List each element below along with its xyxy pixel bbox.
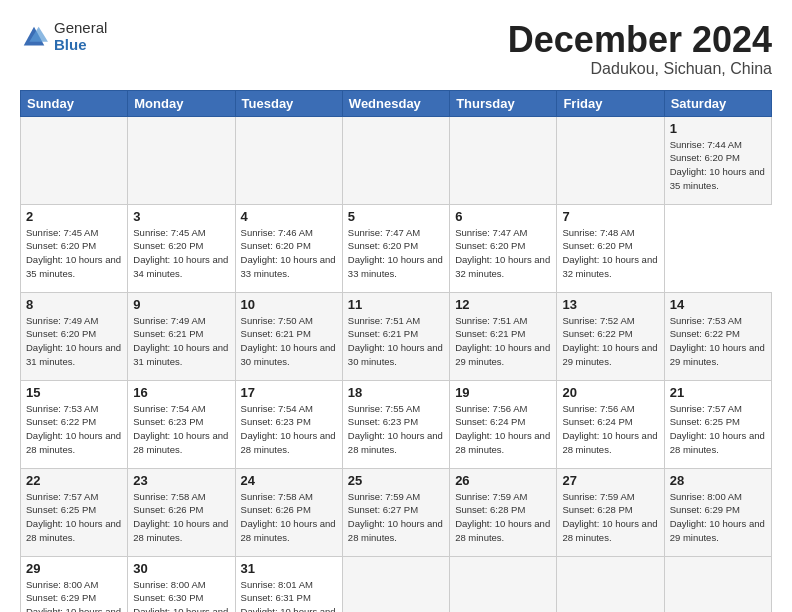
day-cell-14: 14Sunrise: 7:53 AMSunset: 6:22 PMDayligh…: [664, 292, 771, 380]
day-info: Sunrise: 7:59 AMSunset: 6:28 PMDaylight:…: [455, 490, 551, 545]
day-info: Sunrise: 7:57 AMSunset: 6:25 PMDaylight:…: [26, 490, 122, 545]
day-info: Sunrise: 7:48 AMSunset: 6:20 PMDaylight:…: [562, 226, 658, 281]
calendar-page: General Blue December 2024 Dadukou, Sich…: [0, 0, 792, 612]
logo-blue: Blue: [54, 37, 107, 54]
day-info: Sunrise: 7:57 AMSunset: 6:25 PMDaylight:…: [670, 402, 766, 457]
week-row-1: 2Sunrise: 7:45 AMSunset: 6:20 PMDaylight…: [21, 204, 772, 292]
day-info: Sunrise: 8:00 AMSunset: 6:30 PMDaylight:…: [133, 578, 229, 612]
day-info: Sunrise: 7:45 AMSunset: 6:20 PMDaylight:…: [133, 226, 229, 281]
day-number: 28: [670, 473, 766, 488]
day-cell-19: 19Sunrise: 7:56 AMSunset: 6:24 PMDayligh…: [450, 380, 557, 468]
day-cell-2: 2Sunrise: 7:45 AMSunset: 6:20 PMDaylight…: [21, 204, 128, 292]
day-cell-5: 5Sunrise: 7:47 AMSunset: 6:20 PMDaylight…: [342, 204, 449, 292]
day-info: Sunrise: 7:54 AMSunset: 6:23 PMDaylight:…: [133, 402, 229, 457]
day-number: 8: [26, 297, 122, 312]
col-monday: Monday: [128, 90, 235, 116]
day-number: 24: [241, 473, 337, 488]
day-cell-20: 20Sunrise: 7:56 AMSunset: 6:24 PMDayligh…: [557, 380, 664, 468]
empty-cell: [450, 556, 557, 612]
day-cell-25: 25Sunrise: 7:59 AMSunset: 6:27 PMDayligh…: [342, 468, 449, 556]
day-number: 4: [241, 209, 337, 224]
day-info: Sunrise: 8:00 AMSunset: 6:29 PMDaylight:…: [26, 578, 122, 612]
day-info: Sunrise: 7:59 AMSunset: 6:28 PMDaylight:…: [562, 490, 658, 545]
empty-cell: [557, 556, 664, 612]
empty-cell: [342, 556, 449, 612]
day-info: Sunrise: 7:58 AMSunset: 6:26 PMDaylight:…: [133, 490, 229, 545]
day-cell-28: 28Sunrise: 8:00 AMSunset: 6:29 PMDayligh…: [664, 468, 771, 556]
day-info: Sunrise: 7:49 AMSunset: 6:21 PMDaylight:…: [133, 314, 229, 369]
day-info: Sunrise: 7:58 AMSunset: 6:26 PMDaylight:…: [241, 490, 337, 545]
empty-cell: [664, 556, 771, 612]
header-row: Sunday Monday Tuesday Wednesday Thursday…: [21, 90, 772, 116]
day-info: Sunrise: 7:44 AMSunset: 6:20 PMDaylight:…: [670, 138, 766, 193]
day-info: Sunrise: 7:54 AMSunset: 6:23 PMDaylight:…: [241, 402, 337, 457]
col-sunday: Sunday: [21, 90, 128, 116]
week-row-3: 15Sunrise: 7:53 AMSunset: 6:22 PMDayligh…: [21, 380, 772, 468]
day-cell-30: 30Sunrise: 8:00 AMSunset: 6:30 PMDayligh…: [128, 556, 235, 612]
week-row-2: 8Sunrise: 7:49 AMSunset: 6:20 PMDaylight…: [21, 292, 772, 380]
day-cell-18: 18Sunrise: 7:55 AMSunset: 6:23 PMDayligh…: [342, 380, 449, 468]
day-info: Sunrise: 7:51 AMSunset: 6:21 PMDaylight:…: [455, 314, 551, 369]
day-number: 11: [348, 297, 444, 312]
day-cell-8: 8Sunrise: 7:49 AMSunset: 6:20 PMDaylight…: [21, 292, 128, 380]
day-number: 12: [455, 297, 551, 312]
logo-general: General: [54, 20, 107, 37]
day-cell-3: 3Sunrise: 7:45 AMSunset: 6:20 PMDaylight…: [128, 204, 235, 292]
col-wednesday: Wednesday: [342, 90, 449, 116]
day-cell-26: 26Sunrise: 7:59 AMSunset: 6:28 PMDayligh…: [450, 468, 557, 556]
day-cell-22: 22Sunrise: 7:57 AMSunset: 6:25 PMDayligh…: [21, 468, 128, 556]
empty-cell: [557, 116, 664, 204]
day-cell-15: 15Sunrise: 7:53 AMSunset: 6:22 PMDayligh…: [21, 380, 128, 468]
logo-icon: [20, 23, 48, 51]
day-cell-23: 23Sunrise: 7:58 AMSunset: 6:26 PMDayligh…: [128, 468, 235, 556]
empty-cell: [450, 116, 557, 204]
day-info: Sunrise: 7:53 AMSunset: 6:22 PMDaylight:…: [26, 402, 122, 457]
col-tuesday: Tuesday: [235, 90, 342, 116]
logo: General Blue: [20, 20, 107, 53]
day-cell-31: 31Sunrise: 8:01 AMSunset: 6:31 PMDayligh…: [235, 556, 342, 612]
empty-cell: [342, 116, 449, 204]
day-cell-7: 7Sunrise: 7:48 AMSunset: 6:20 PMDaylight…: [557, 204, 664, 292]
day-info: Sunrise: 7:53 AMSunset: 6:22 PMDaylight:…: [670, 314, 766, 369]
col-friday: Friday: [557, 90, 664, 116]
day-number: 30: [133, 561, 229, 576]
day-cell-11: 11Sunrise: 7:51 AMSunset: 6:21 PMDayligh…: [342, 292, 449, 380]
month-title: December 2024: [508, 20, 772, 60]
calendar-table: Sunday Monday Tuesday Wednesday Thursday…: [20, 90, 772, 612]
empty-cell: [21, 116, 128, 204]
week-row-0: 1Sunrise: 7:44 AMSunset: 6:20 PMDaylight…: [21, 116, 772, 204]
day-cell-10: 10Sunrise: 7:50 AMSunset: 6:21 PMDayligh…: [235, 292, 342, 380]
week-row-5: 29Sunrise: 8:00 AMSunset: 6:29 PMDayligh…: [21, 556, 772, 612]
day-number: 27: [562, 473, 658, 488]
day-number: 18: [348, 385, 444, 400]
day-info: Sunrise: 7:49 AMSunset: 6:20 PMDaylight:…: [26, 314, 122, 369]
day-cell-29: 29Sunrise: 8:00 AMSunset: 6:29 PMDayligh…: [21, 556, 128, 612]
day-info: Sunrise: 7:50 AMSunset: 6:21 PMDaylight:…: [241, 314, 337, 369]
day-number: 26: [455, 473, 551, 488]
day-number: 2: [26, 209, 122, 224]
day-cell-12: 12Sunrise: 7:51 AMSunset: 6:21 PMDayligh…: [450, 292, 557, 380]
day-info: Sunrise: 7:55 AMSunset: 6:23 PMDaylight:…: [348, 402, 444, 457]
day-number: 23: [133, 473, 229, 488]
day-info: Sunrise: 7:59 AMSunset: 6:27 PMDaylight:…: [348, 490, 444, 545]
day-cell-27: 27Sunrise: 7:59 AMSunset: 6:28 PMDayligh…: [557, 468, 664, 556]
page-header: General Blue December 2024 Dadukou, Sich…: [20, 20, 772, 78]
day-info: Sunrise: 8:01 AMSunset: 6:31 PMDaylight:…: [241, 578, 337, 612]
day-info: Sunrise: 7:46 AMSunset: 6:20 PMDaylight:…: [241, 226, 337, 281]
title-section: December 2024 Dadukou, Sichuan, China: [508, 20, 772, 78]
day-info: Sunrise: 7:51 AMSunset: 6:21 PMDaylight:…: [348, 314, 444, 369]
day-cell-6: 6Sunrise: 7:47 AMSunset: 6:20 PMDaylight…: [450, 204, 557, 292]
day-info: Sunrise: 7:56 AMSunset: 6:24 PMDaylight:…: [455, 402, 551, 457]
day-number: 13: [562, 297, 658, 312]
empty-cell: [235, 116, 342, 204]
day-info: Sunrise: 7:47 AMSunset: 6:20 PMDaylight:…: [348, 226, 444, 281]
col-saturday: Saturday: [664, 90, 771, 116]
day-cell-1: 1Sunrise: 7:44 AMSunset: 6:20 PMDaylight…: [664, 116, 771, 204]
day-number: 31: [241, 561, 337, 576]
day-cell-21: 21Sunrise: 7:57 AMSunset: 6:25 PMDayligh…: [664, 380, 771, 468]
day-info: Sunrise: 7:52 AMSunset: 6:22 PMDaylight:…: [562, 314, 658, 369]
day-number: 15: [26, 385, 122, 400]
day-info: Sunrise: 8:00 AMSunset: 6:29 PMDaylight:…: [670, 490, 766, 545]
location-subtitle: Dadukou, Sichuan, China: [508, 60, 772, 78]
col-thursday: Thursday: [450, 90, 557, 116]
